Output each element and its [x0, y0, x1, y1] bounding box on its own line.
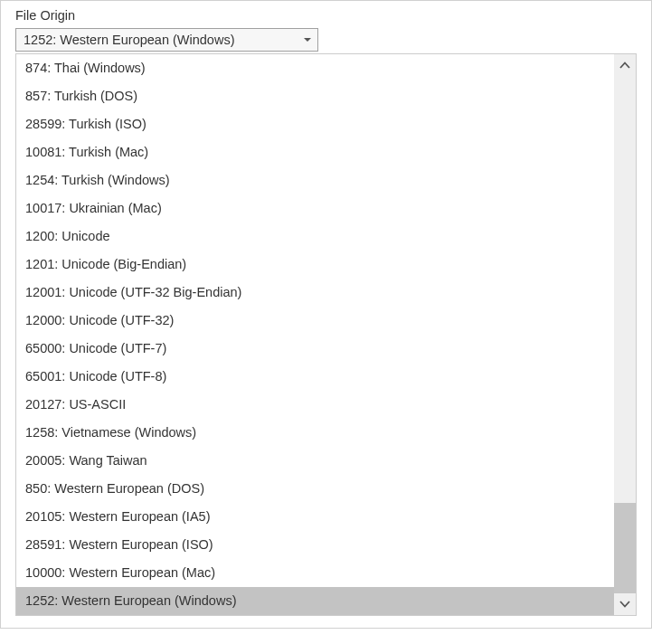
scroll-down-button[interactable] [614, 593, 636, 615]
file-origin-option[interactable]: 28599: Turkish (ISO) [16, 110, 614, 138]
file-origin-option[interactable]: 1258: Vietnamese (Windows) [16, 419, 614, 447]
file-origin-label: File Origin [1, 1, 651, 24]
file-origin-option[interactable]: 1200: Unicode [16, 223, 614, 251]
file-origin-option[interactable]: 20127: US-ASCII [16, 391, 614, 419]
file-origin-option[interactable]: 1254: Turkish (Windows) [16, 166, 614, 194]
file-origin-option[interactable]: 28591: Western European (ISO) [16, 531, 614, 559]
file-origin-option[interactable]: 850: Western European (DOS) [16, 475, 614, 503]
file-origin-option[interactable]: 10017: Ukrainian (Mac) [16, 194, 614, 223]
file-origin-option[interactable]: 20005: Wang Taiwan [16, 447, 614, 475]
file-origin-option-list: 874: Thai (Windows)857: Turkish (DOS)285… [16, 54, 614, 615]
file-origin-option[interactable]: 10000: Western European (Mac) [16, 559, 614, 587]
scroll-track[interactable] [614, 76, 636, 593]
file-origin-option[interactable]: 65001: Unicode (UTF-8) [16, 363, 614, 391]
file-origin-option[interactable]: 65000: Unicode (UTF-7) [16, 335, 614, 363]
dropdown-caret-icon [296, 29, 317, 51]
file-origin-option[interactable]: 857: Turkish (DOS) [16, 82, 614, 110]
file-origin-dropdown: 874: Thai (Windows)857: Turkish (DOS)285… [15, 53, 637, 616]
file-origin-option[interactable]: 10081: Turkish (Mac) [16, 138, 614, 166]
dropdown-scrollbar[interactable] [614, 54, 636, 615]
file-origin-option[interactable]: 20105: Western European (IA5) [16, 503, 614, 531]
file-origin-option[interactable]: 1252: Western European (Windows) [16, 587, 614, 615]
file-origin-select[interactable]: 1252: Western European (Windows) [15, 28, 318, 52]
scroll-thumb[interactable] [614, 503, 636, 593]
file-origin-option[interactable]: 12001: Unicode (UTF-32 Big-Endian) [16, 279, 614, 307]
file-origin-option[interactable]: 12000: Unicode (UTF-32) [16, 307, 614, 335]
scroll-up-button[interactable] [614, 54, 636, 76]
file-origin-option[interactable]: 1201: Unicode (Big-Endian) [16, 251, 614, 279]
file-origin-panel: File Origin 1252: Western European (Wind… [0, 0, 652, 629]
file-origin-selected-value: 1252: Western European (Windows) [16, 29, 296, 51]
file-origin-option[interactable]: 874: Thai (Windows) [16, 54, 614, 82]
